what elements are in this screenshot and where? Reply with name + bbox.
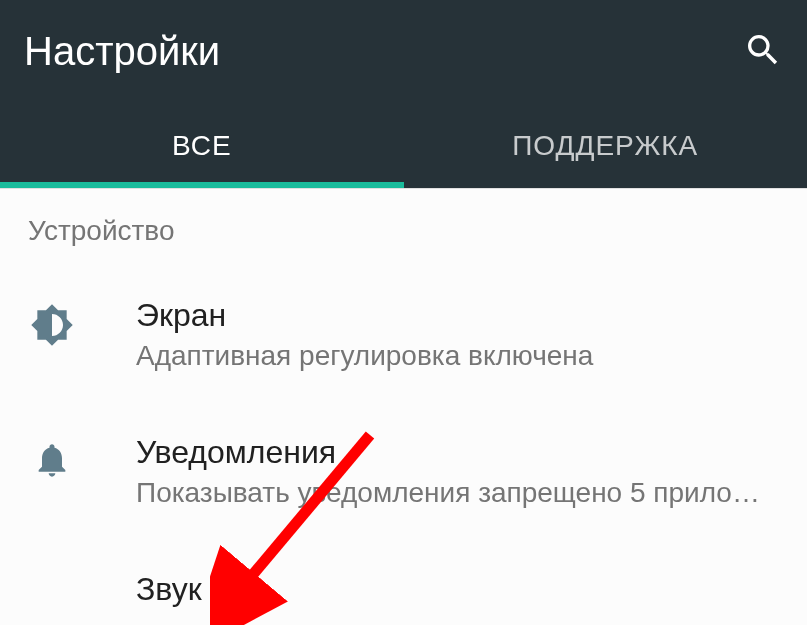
brightness-icon xyxy=(28,303,76,347)
item-title: Звук xyxy=(136,571,779,608)
section-header-device: Устройство xyxy=(0,189,807,265)
item-text: Экран Адаптивная регулировка включена xyxy=(136,297,779,372)
item-title: Экран xyxy=(136,297,779,334)
page-title: Настройки xyxy=(24,29,220,74)
item-text: Уведомления Показывать уведомления запре… xyxy=(136,434,779,509)
bell-icon xyxy=(28,440,76,480)
search-button[interactable] xyxy=(743,30,783,74)
tab-support[interactable]: ПОДДЕРЖКА xyxy=(404,103,808,188)
content: Устройство Экран Адаптивная регулировка … xyxy=(0,188,807,625)
item-subtitle: Адаптивная регулировка включена xyxy=(136,340,779,372)
tab-label: ВСЕ xyxy=(172,130,232,162)
tabs: ВСЕ ПОДДЕРЖКА xyxy=(0,103,807,188)
item-title: Уведомления xyxy=(136,434,779,471)
tab-all[interactable]: ВСЕ xyxy=(0,103,404,188)
item-subtitle: Показывать уведомления запрещено 5 прило… xyxy=(136,477,779,509)
settings-item-display[interactable]: Экран Адаптивная регулировка включена xyxy=(0,265,807,402)
item-text: Звук xyxy=(136,571,779,614)
app-bar: Настройки xyxy=(0,0,807,103)
settings-item-sound[interactable]: Звук xyxy=(0,539,807,617)
settings-item-notifications[interactable]: Уведомления Показывать уведомления запре… xyxy=(0,402,807,539)
search-icon xyxy=(743,30,783,70)
tab-label: ПОДДЕРЖКА xyxy=(512,130,698,162)
